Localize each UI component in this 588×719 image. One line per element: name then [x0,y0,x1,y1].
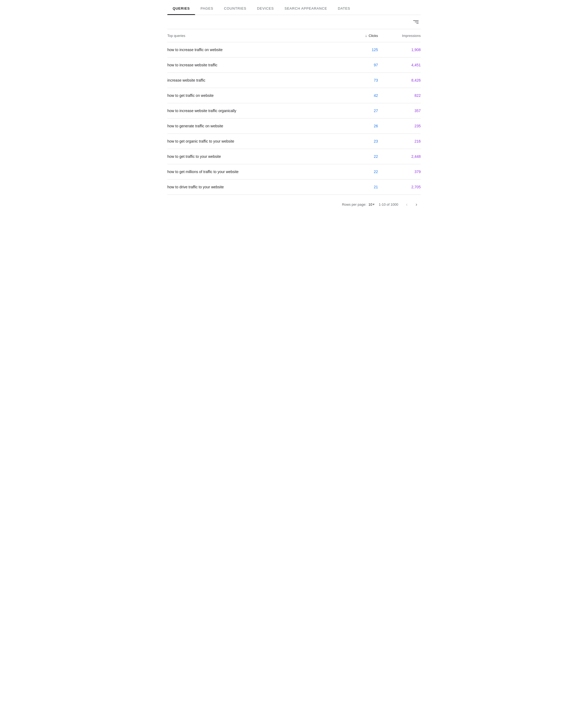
rows-per-page-value: 10 [369,202,372,206]
column-header-clicks[interactable]: ↓ Clicks [335,34,378,38]
row-clicks-7: 22 [335,154,378,159]
row-query-5[interactable]: how to generate traffic on website [167,124,335,128]
tab-countries[interactable]: COUNTRIES [218,2,252,15]
pagination-nav: ‹ › [402,200,421,208]
row-impressions-5: 235 [378,124,421,128]
row-impressions-4: 357 [378,108,421,113]
page-info: 1-10 of 1000 [379,202,398,206]
rows-per-page-label: Rows per page: [342,202,366,206]
sort-arrow-icon: ↓ [365,34,367,38]
row-query-7[interactable]: how to get traffic to your website [167,154,335,159]
tab-devices[interactable]: DEVICES [252,2,279,15]
row-clicks-0: 125 [335,47,378,52]
row-query-8[interactable]: how to get millions of traffic to your w… [167,169,335,174]
tabs-nav: QUERIESPAGESCOUNTRIESDEVICESSEARCH APPEA… [167,0,421,15]
table-row: how to get millions of traffic to your w… [167,164,421,179]
filter-bar [167,15,421,29]
table-row: how to get organic traffic to your websi… [167,134,421,149]
tab-search-appearance[interactable]: SEARCH APPEARANCE [279,2,333,15]
table-row: how to generate traffic on website26235 [167,119,421,134]
row-query-9[interactable]: how to drive traffic to your website [167,185,335,189]
filter-button[interactable] [411,19,421,25]
prev-page-button[interactable]: ‹ [402,200,411,208]
tab-queries[interactable]: QUERIES [167,2,195,15]
row-impressions-2: 8,426 [378,78,421,82]
row-impressions-9: 2,705 [378,185,421,189]
table-row: how to increase traffic on website1251,9… [167,42,421,58]
rows-per-page-selector[interactable]: 10 ▾ [369,202,375,206]
row-query-3[interactable]: how to get traffic on website [167,93,335,98]
table-row: how to get traffic on website42822 [167,88,421,103]
column-header-query: Top queries [167,34,335,38]
row-clicks-6: 23 [335,139,378,143]
row-impressions-6: 216 [378,139,421,143]
row-clicks-1: 97 [335,63,378,67]
row-query-0[interactable]: how to increase traffic on website [167,47,335,52]
row-clicks-9: 21 [335,185,378,189]
row-clicks-4: 27 [335,108,378,113]
row-impressions-1: 4,451 [378,63,421,67]
table-body: how to increase traffic on website1251,9… [167,42,421,195]
tab-dates[interactable]: DATES [333,2,355,15]
row-clicks-8: 22 [335,169,378,174]
table-row: how to get traffic to your website222,44… [167,149,421,164]
row-query-6[interactable]: how to get organic traffic to your websi… [167,139,335,143]
table-header: Top queries ↓ Clicks Impressions [167,29,421,42]
row-impressions-7: 2,448 [378,154,421,159]
next-page-button[interactable]: › [412,200,421,208]
row-query-4[interactable]: how to increase website traffic organica… [167,108,335,113]
row-clicks-3: 42 [335,93,378,98]
row-clicks-2: 73 [335,78,378,82]
row-impressions-0: 1,908 [378,47,421,52]
table-row: how to increase website traffic974,451 [167,58,421,73]
row-query-1[interactable]: how to increase website traffic [167,63,335,67]
pagination: Rows per page: 10 ▾ 1-10 of 1000 ‹ › [167,195,421,214]
row-clicks-5: 26 [335,124,378,128]
queries-table: Top queries ↓ Clicks Impressions how to … [167,29,421,195]
rows-per-page-control: Rows per page: 10 ▾ [342,202,375,206]
rows-dropdown-arrow-icon: ▾ [373,202,375,206]
column-header-impressions[interactable]: Impressions [378,34,421,38]
table-row: how to drive traffic to your website212,… [167,179,421,195]
row-impressions-8: 379 [378,169,421,174]
row-query-2[interactable]: increase website traffic [167,78,335,82]
table-row: increase website traffic738,426 [167,73,421,88]
row-impressions-3: 822 [378,93,421,98]
tab-pages[interactable]: PAGES [195,2,218,15]
table-row: how to increase website traffic organica… [167,103,421,119]
